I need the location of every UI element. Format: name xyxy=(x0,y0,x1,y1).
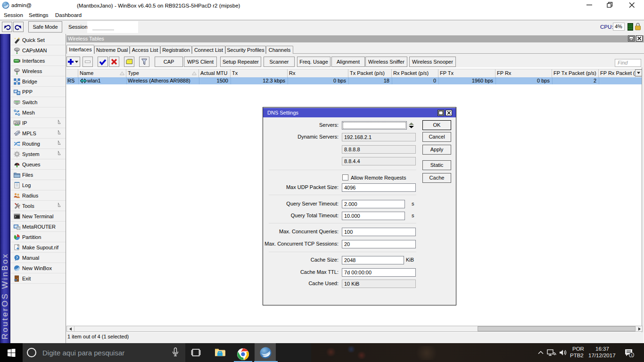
svg-text:1: 1 xyxy=(631,353,633,357)
svg-text:255: 255 xyxy=(15,121,20,124)
svg-text:?: ? xyxy=(16,255,18,260)
